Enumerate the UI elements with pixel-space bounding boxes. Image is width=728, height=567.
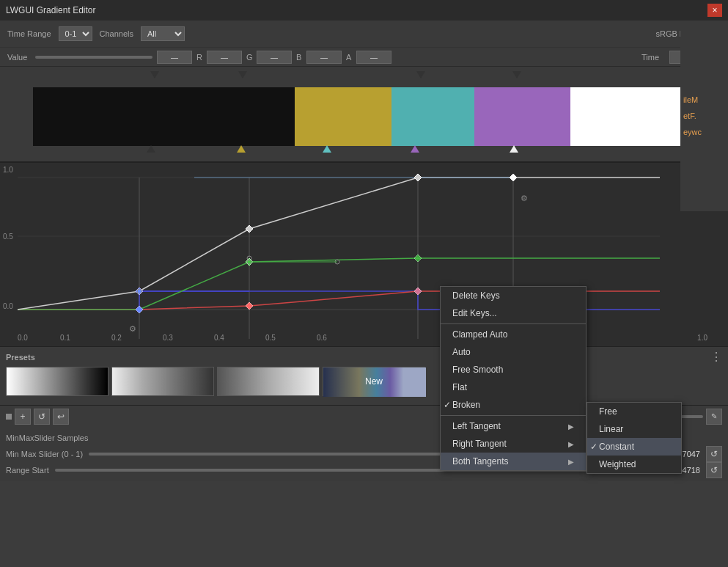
minmax-label: MinMaxSlider Samples [6,434,88,442]
ctx-flat[interactable]: Flat [441,378,586,396]
sub-free[interactable]: Free [587,403,681,420]
range-start-label: Range Start [6,466,49,475]
top-controls: Time Range 0-1 Channels All sRGB Preview [0,21,728,47]
submenu-both-tangents: Free Linear Constant Weighted [587,402,682,474]
sub-constant[interactable]: Constant [587,438,681,456]
time-range-select[interactable]: 0-1 [59,26,92,41]
presets-header: Presets ⋮ [6,350,722,364]
a-label: A [346,53,353,62]
svg-marker-17 [136,306,143,313]
right-text-3: eywc [683,127,725,137]
preset-3[interactable] [217,367,320,396]
gradient-area [0,66,728,161]
window-title: LWGUI Gradient Editor [6,5,95,15]
presets-area: Presets ⋮ New [0,346,728,405]
title-bar: LWGUI Gradient Editor × [0,0,728,21]
presets-menu-icon[interactable]: ⋮ [710,350,722,364]
undo-button[interactable]: ↩ [53,409,69,425]
bot-stop-0[interactable] [147,145,155,153]
preset-1[interactable] [6,367,109,396]
left-tangent-arrow: ▶ [568,422,574,431]
b-label: B [296,53,304,62]
svg-marker-11 [414,288,422,295]
top-stop-1[interactable] [238,71,247,78]
ctx-free-smooth[interactable]: Free Smooth [441,361,586,378]
edit-button[interactable]: ✎ [706,409,722,425]
value-input[interactable]: — [157,51,192,64]
right-panel: ileM etF. eywc [680,21,728,211]
b-input[interactable]: — [306,51,342,64]
r-label: R [196,53,204,62]
a-input[interactable]: — [356,51,391,64]
top-stop-2[interactable] [416,71,425,78]
resize-handle[interactable] [6,414,12,420]
ctx-left-tangent[interactable]: Left Tangent ▶ [441,417,586,435]
ctx-broken[interactable]: Broken [441,396,586,414]
bot-stop-2[interactable] [323,145,331,153]
ctx-both-tangents[interactable]: Both Tangents ▶ [441,453,586,470]
bot-stop-3[interactable] [411,145,419,153]
presets-row: New [6,367,722,396]
g-input[interactable]: — [257,51,292,64]
graph-area: 1.0 0.5 0.0 0.0 0.1 0.2 0.3 0.4 0.5 0.6 … [0,161,728,346]
preset-2[interactable] [111,367,214,396]
context-menu: Delete Keys Edit Keys... Clamped Auto Au… [440,286,587,471]
svg-marker-16 [510,174,517,181]
channels-label: Channels [100,29,133,38]
g-channel: G — [246,51,292,64]
a-channel: A — [346,51,391,64]
ctx-delete-keys[interactable]: Delete Keys [441,287,586,304]
ctx-clamped-auto[interactable]: Clamped Auto [441,326,586,343]
g-label: G [246,53,254,62]
b-channel: B — [296,51,342,64]
time-label: Time [641,53,665,62]
both-tangents-arrow: ▶ [568,458,574,466]
gradient-bar[interactable] [33,87,722,146]
ctx-right-tangent[interactable]: Right Tangent ▶ [441,435,586,453]
svg-marker-15 [414,174,422,181]
close-button[interactable]: × [707,4,722,17]
svg-marker-10 [246,302,253,310]
top-stop-markers [33,71,722,84]
ctx-auto[interactable]: Auto [441,343,586,361]
ctx-divider-1 [441,323,586,324]
value-slider[interactable] [35,56,152,59]
top-stop-3[interactable] [512,71,521,78]
r-channel: R — [196,51,242,64]
sub-weighted[interactable]: Weighted [587,456,681,473]
new-label: New [365,376,383,387]
ctx-edit-keys[interactable]: Edit Keys... [441,304,586,322]
value-row: Value — R — G — B — A — Time — [0,47,728,66]
right-text-1: ileM [683,95,725,105]
x-label-7: 1.0 [697,334,707,342]
top-stop-0[interactable] [150,71,159,78]
refresh-button[interactable]: ↺ [34,409,50,425]
bot-stop-4[interactable] [510,145,518,153]
add-button[interactable]: + [15,409,31,425]
preset-new[interactable]: New [323,367,425,396]
bot-stop-1[interactable] [237,145,246,153]
svg-marker-14 [246,225,253,233]
presets-title: Presets [6,353,35,362]
val2-refresh[interactable]: ↺ [706,462,722,478]
channels-select[interactable]: All [141,26,185,41]
right-text-2: etF. [683,111,725,121]
val1-refresh[interactable]: ↺ [706,446,722,462]
ctx-divider-2 [441,415,586,416]
sub-linear[interactable]: Linear [587,420,681,438]
minmax-desc: Min Max Slider (0 - 1) [6,450,83,458]
time-range-label: Time Range [7,29,51,38]
svg-marker-13 [414,255,422,262]
value-label: Value [7,53,31,62]
right-tangent-arrow: ▶ [568,440,574,448]
bottom-stop-markers [33,145,722,158]
r-input[interactable]: — [207,51,242,64]
